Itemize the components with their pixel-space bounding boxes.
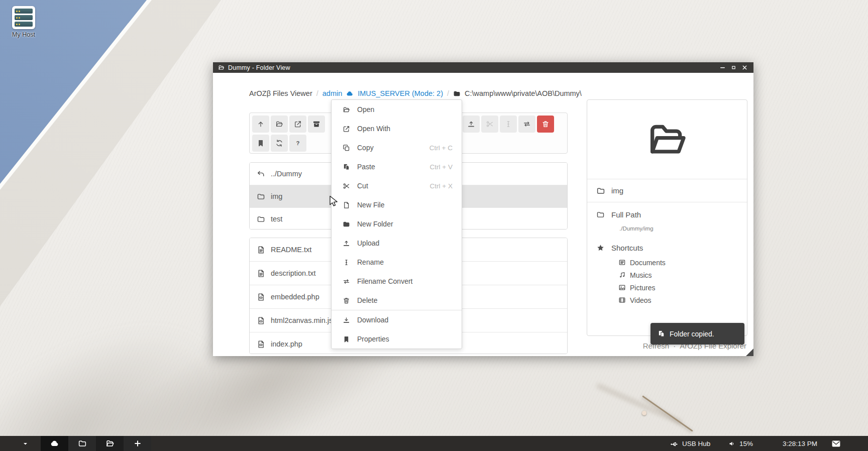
refresh-button[interactable] — [271, 135, 288, 152]
breadcrumb-server-link[interactable]: IMUS_SERVER (Mode: 2) — [358, 89, 443, 97]
file-code-icon — [257, 293, 265, 301]
minimize-icon[interactable] — [719, 64, 726, 71]
menu-item-label: Copy — [357, 144, 374, 152]
window-titlebar[interactable]: Dummy - Folder View — [213, 62, 753, 73]
menu-item-rename[interactable]: Rename — [332, 253, 462, 272]
panel-details: Full Path ./Dummy/img Shortcuts Document… — [587, 202, 747, 314]
menu-item-delete[interactable]: Delete — [332, 291, 462, 310]
go-up-button[interactable] — [252, 116, 269, 133]
menu-item-open[interactable]: Open — [332, 100, 462, 119]
full-path-label: Full Path — [611, 210, 641, 219]
mail-tray-item[interactable] — [831, 436, 841, 451]
swap-icon — [343, 278, 350, 285]
menu-item-label: Rename — [357, 258, 384, 266]
window-controls — [718, 64, 748, 72]
properties-panel: img Full Path ./Dummy/img Shortcuts Docu… — [587, 99, 747, 336]
folder-open-icon — [645, 118, 689, 162]
volume-tray-item[interactable]: 15% — [728, 436, 753, 451]
cut-button[interactable] — [481, 116, 498, 133]
shortcut-musics[interactable]: Musics — [618, 269, 738, 281]
window-body: ArOZβ Files Viewer / admin IMUS_SERVER (… — [213, 73, 753, 356]
folder-open-icon — [105, 439, 115, 448]
folder-view-window: Dummy - Folder View ArOZβ Files Viewer /… — [213, 62, 753, 356]
taskbar-app-folder[interactable] — [68, 436, 96, 451]
upload-icon — [467, 120, 475, 128]
menu-item-new-folder[interactable]: New Folder — [332, 214, 462, 234]
menu-item-upload[interactable]: Upload — [332, 234, 462, 253]
menu-item-open-with[interactable]: Open With — [332, 119, 462, 138]
desktop: My Host Dummy - Folder View ArOZβ Files … — [0, 0, 868, 451]
resize-handle[interactable] — [746, 349, 753, 356]
menu-item-filename-convert[interactable]: Filename Convert — [332, 272, 462, 291]
toolbar-row1-right — [463, 116, 554, 133]
delete-button[interactable] — [537, 116, 554, 133]
breadcrumb-user-link[interactable]: admin — [322, 89, 343, 97]
mail-icon — [831, 439, 841, 448]
help-button[interactable]: ? — [289, 135, 306, 152]
archive-button[interactable] — [308, 116, 325, 133]
shortcut-documents[interactable]: Documents — [618, 256, 738, 269]
menu-item-label: Open — [357, 105, 374, 114]
file-name: embedded.php — [271, 293, 319, 301]
menu-item-download[interactable]: Download — [332, 310, 462, 329]
upload-button[interactable] — [463, 116, 480, 133]
external-link-icon — [343, 125, 350, 133]
shortcut-label: Pictures — [630, 284, 656, 292]
scissors-icon — [486, 120, 494, 128]
usb-hub-tray-item[interactable]: USB Hub — [670, 436, 710, 451]
breadcrumb-path: C:\wamp\www\private\AOB\Dummy\ — [465, 89, 582, 97]
file-text-icon — [257, 269, 265, 278]
refresh-icon — [275, 139, 283, 147]
archive-icon — [312, 120, 320, 128]
taskbar-app-add[interactable] — [124, 436, 151, 451]
menu-item-new-file[interactable]: New File — [332, 195, 462, 214]
trash-icon — [541, 120, 550, 128]
close-icon[interactable] — [741, 64, 748, 71]
ibeam-icon — [343, 259, 350, 266]
server-icon — [12, 6, 35, 29]
folder-icon — [78, 439, 87, 448]
menu-item-copy[interactable]: CopyCtrl + C — [332, 138, 462, 157]
question-icon: ? — [294, 139, 302, 147]
plus-icon — [133, 439, 142, 448]
breadcrumb-separator: / — [447, 89, 449, 97]
shortcut-label: Videos — [630, 296, 652, 304]
music-icon — [618, 271, 626, 279]
menu-item-shortcut: Ctrl + V — [430, 163, 453, 171]
taskbar: USB Hub 15% 3:28:13 PM — [0, 436, 868, 451]
menu-item-shortcut: Ctrl + X — [430, 182, 453, 190]
open-button[interactable] — [271, 116, 288, 133]
chevron-down-icon[interactable] — [22, 440, 29, 447]
shortcut-pictures[interactable]: Pictures — [618, 281, 738, 294]
desktop-icon-my-host[interactable]: My Host — [7, 6, 40, 38]
new-file-icon — [343, 201, 350, 209]
menu-item-label: Delete — [357, 296, 377, 304]
paste-icon — [658, 330, 665, 337]
arrow-up-icon — [257, 120, 265, 128]
taskbar-app-cloud[interactable] — [41, 436, 68, 451]
shortcuts-label: Shortcuts — [611, 244, 643, 252]
window-folder-icon — [218, 64, 225, 71]
taskbar-app-file-explorer[interactable] — [96, 436, 124, 451]
toolbar-row1-left — [252, 116, 325, 133]
panel-folder-name: img — [611, 186, 623, 195]
properties-button[interactable] — [252, 135, 269, 152]
maximize-icon[interactable] — [730, 64, 737, 71]
menu-item-properties[interactable]: Properties — [332, 329, 462, 349]
folder-icon — [257, 215, 265, 223]
filename-convert-button[interactable] — [518, 116, 535, 133]
picture-icon — [618, 284, 626, 291]
menu-item-paste[interactable]: PasteCtrl + V — [332, 157, 462, 176]
shortcut-videos[interactable]: Videos — [618, 294, 738, 306]
file-name: html2canvas.min.js — [271, 316, 333, 324]
shortcut-label: Documents — [630, 259, 666, 267]
full-path-row: Full Path — [596, 210, 738, 219]
swap-icon — [523, 120, 531, 128]
file-name: README.txt — [271, 246, 311, 254]
folder-filled-icon — [343, 220, 350, 228]
menu-item-cut[interactable]: CutCtrl + X — [332, 176, 462, 195]
newspaper-icon — [618, 259, 626, 266]
open-with-button[interactable] — [289, 116, 306, 133]
clock[interactable]: 3:28:13 PM — [783, 436, 817, 451]
rename-button[interactable] — [500, 116, 517, 133]
